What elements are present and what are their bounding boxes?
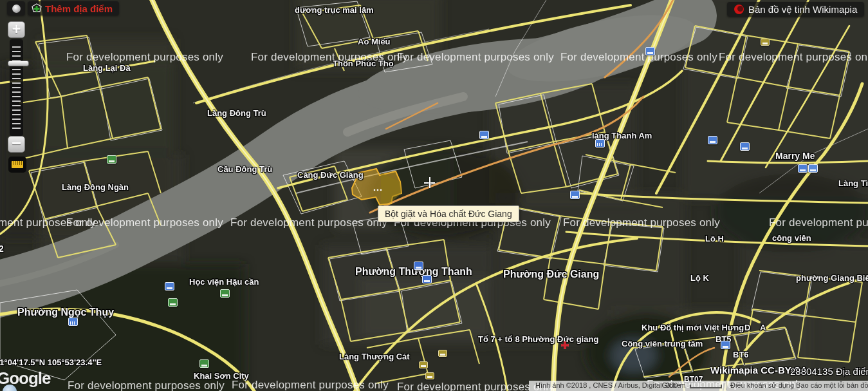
satellite-toggle-label: Bản đồ vệ tinh Wikimapia: [748, 4, 857, 15]
scale-bar: [690, 385, 722, 388]
military-poi-icon[interactable]: [107, 155, 116, 164]
measure-tool-button[interactable]: [8, 157, 26, 173]
dev-watermark: For development purposes only: [232, 379, 389, 391]
map-label[interactable]: Làng Đông Ngàn: [62, 182, 129, 192]
military-poi-icon[interactable]: [168, 298, 178, 307]
dev-watermark: For development purposes only: [66, 51, 223, 64]
map-label[interactable]: Ao Miếu: [358, 37, 391, 46]
map-label[interactable]: Học viện Hậu cần: [189, 277, 259, 287]
photo-poi-icon[interactable]: [761, 39, 770, 46]
coordinates-readout: 21°04'17.5"N 105°53'23.4"E: [0, 358, 102, 367]
map-label[interactable]: Công viên trung tâm: [622, 339, 703, 348]
dev-watermark: For development purposes only: [563, 216, 720, 229]
military-poi-icon[interactable]: [199, 359, 209, 368]
add-place-button[interactable]: Thêm địa điểm: [28, 1, 119, 15]
add-place-label: Thêm địa điểm: [45, 3, 113, 14]
streetview-button[interactable]: [7, 1, 25, 15]
map-label[interactable]: BT6: [733, 350, 749, 359]
map-label[interactable]: Làng Thượng Cát: [339, 352, 410, 361]
report-error-link[interactable]: Báo cáo một lỗi bản đồ: [796, 381, 868, 389]
factory-poi-icon[interactable]: [165, 282, 174, 291]
places-count-link[interactable]: 28804135 Địa điểm: [790, 366, 868, 377]
place-tooltip: Bột giặt và Hóa chất Đức Giang: [378, 205, 519, 222]
factory-poi-icon[interactable]: [570, 191, 580, 199]
ruler-icon: [12, 161, 23, 168]
restaurant-poi-icon[interactable]: [721, 341, 730, 349]
map-canvas[interactable]: For development purposes onlyFor develop…: [0, 0, 868, 391]
zoom-slider-track[interactable]: [10, 39, 23, 136]
map-label[interactable]: Khai Sơn City: [194, 371, 249, 381]
photo-poi-icon[interactable]: [419, 361, 428, 368]
restaurant-poi-icon[interactable]: [798, 164, 808, 173]
map-label[interactable]: 2: [0, 243, 4, 254]
map-label[interactable]: Làng Tình: [838, 178, 868, 188]
map-label[interactable]: dương trục mai lâm: [295, 5, 374, 15]
map-label[interactable]: Lộ K: [690, 273, 709, 283]
terms-link[interactable]: Điều khoản sử dụng: [730, 381, 794, 389]
map-label[interactable]: Cảng Đức Giang: [297, 170, 364, 180]
zoom-slider-handle[interactable]: [8, 61, 29, 66]
dev-watermark: For development purposes only: [68, 379, 225, 391]
dev-watermark: For development purposes only: [66, 216, 223, 229]
divider: [726, 381, 726, 390]
ship-poi-icon[interactable]: [414, 262, 423, 270]
divider: [791, 381, 792, 390]
map-label[interactable]: Làng Lại Đà: [83, 63, 131, 73]
map-label[interactable]: Khu Đô thị mới Việt Hưng: [642, 323, 744, 332]
map-label[interactable]: Marry Me: [775, 151, 815, 161]
ship-poi-icon[interactable]: [422, 275, 432, 283]
zoom-out-button[interactable]: −: [8, 136, 25, 153]
map-attribution-bar: Hình ảnh ©2018 , CNES / Airbus, DigitalG…: [529, 381, 868, 391]
zoom-slider-ticks: [12, 43, 21, 132]
factory-poi-icon[interactable]: [479, 131, 489, 139]
photo-poi-icon[interactable]: [438, 350, 447, 357]
factory-poi-icon[interactable]: [740, 142, 750, 151]
bank-poi-icon[interactable]: [595, 139, 605, 148]
map-label[interactable]: D: [744, 323, 750, 332]
cursor-crosshair-icon: [424, 177, 435, 188]
military-poi-icon[interactable]: [220, 289, 230, 298]
dev-watermark: For development purposes only: [769, 216, 868, 229]
map-label[interactable]: Cầu Đông Trù: [217, 164, 272, 174]
map-label[interactable]: Thôn Phúc Thọ: [333, 59, 394, 68]
person-poi-icon[interactable]: [808, 164, 818, 173]
factory-poi-icon[interactable]: [708, 136, 717, 144]
satellite-toggle-button[interactable]: Bản đồ vệ tinh Wikimapia: [727, 2, 864, 17]
dev-watermark: For development purposes only: [560, 51, 717, 64]
scale-label: 200 m: [666, 381, 686, 389]
map-label[interactable]: Làng Đông Trù: [207, 108, 266, 118]
map-label[interactable]: công viên: [772, 233, 811, 243]
map-label[interactable]: Phường Đức Giang: [503, 269, 599, 280]
add-polygon-icon: [32, 3, 42, 14]
imagery-credit: Hình ảnh ©2018 , CNES / Airbus, DigitalG…: [535, 381, 681, 389]
building-poi-icon[interactable]: [645, 47, 655, 55]
map-label[interactable]: Lô H: [705, 234, 724, 243]
map-label[interactable]: Phường Ngọc Thụy: [17, 307, 114, 318]
map-label[interactable]: Tổ 7 + tổ 8 Phường Đức giang: [478, 334, 598, 344]
streetview-icon: [12, 5, 21, 13]
dev-watermark: For development purposes only: [230, 216, 387, 229]
dev-watermark: For development purposes only: [719, 51, 868, 64]
map-label[interactable]: A: [760, 323, 766, 332]
wikimapia-logo-icon: [734, 5, 744, 14]
map-label[interactable]: phường Giang Biên: [796, 273, 868, 283]
zoom-in-button[interactable]: +: [8, 21, 25, 38]
dev-watermark: For development purposes only: [397, 51, 554, 64]
bank-poi-icon[interactable]: [68, 318, 78, 326]
photo-poi-icon[interactable]: [425, 372, 434, 379]
